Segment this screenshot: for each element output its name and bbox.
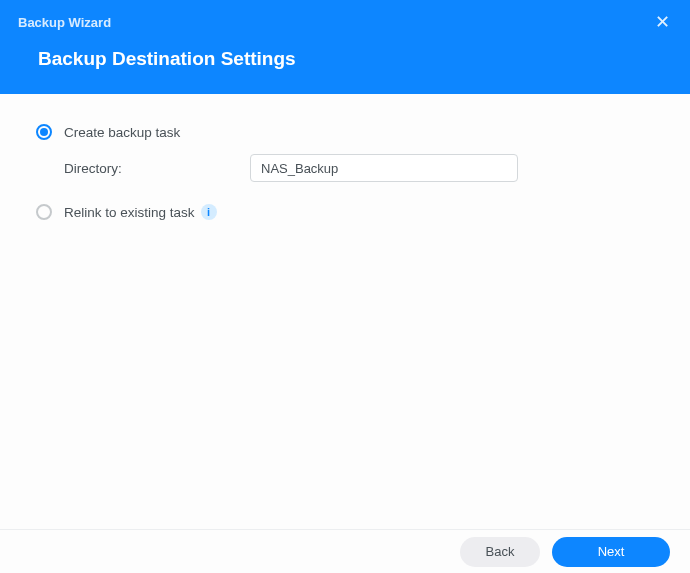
info-icon[interactable]: i xyxy=(201,204,217,220)
radio-relink[interactable] xyxy=(36,204,52,220)
back-button[interactable]: Back xyxy=(460,537,540,567)
directory-label: Directory: xyxy=(64,161,250,176)
option-create-backup[interactable]: Create backup task xyxy=(36,124,654,140)
directory-field-row: Directory: xyxy=(64,154,654,182)
page-title: Backup Destination Settings xyxy=(18,38,672,70)
option-relink-label: Relink to existing task xyxy=(64,205,195,220)
next-button[interactable]: Next xyxy=(552,537,670,567)
footer: Back Next xyxy=(0,529,690,573)
header-top: Backup Wizard ✕ xyxy=(18,0,672,38)
option-relink[interactable]: Relink to existing task i xyxy=(36,204,654,220)
option-create-label: Create backup task xyxy=(64,125,180,140)
close-icon[interactable]: ✕ xyxy=(652,12,672,32)
directory-input[interactable] xyxy=(250,154,518,182)
window-title: Backup Wizard xyxy=(18,15,111,30)
header: Backup Wizard ✕ Backup Destination Setti… xyxy=(0,0,690,94)
content-area: Create backup task Directory: Relink to … xyxy=(0,94,690,264)
radio-create[interactable] xyxy=(36,124,52,140)
